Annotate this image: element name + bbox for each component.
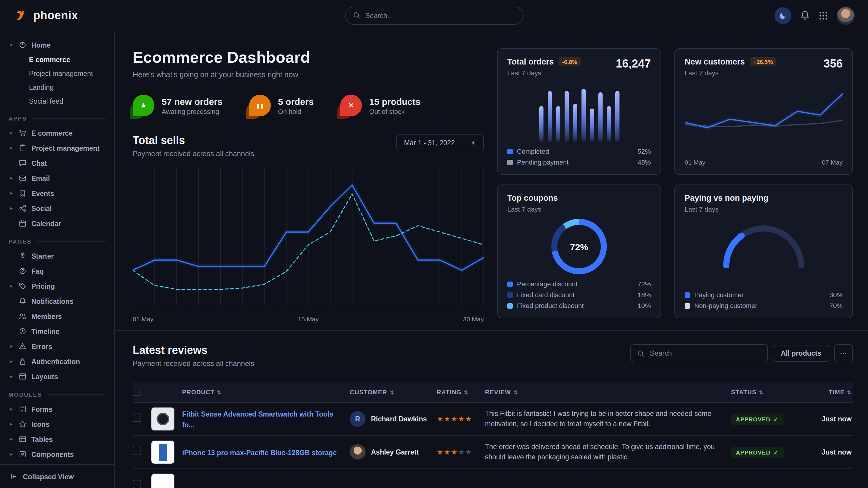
column-status[interactable]: STATUS⇅: [731, 389, 804, 395]
date-range-select[interactable]: Mar 1 - 31, 2022 ▼: [396, 134, 484, 151]
sidebar-subitem-social-feed[interactable]: Social feed: [0, 94, 114, 108]
product-thumbnail[interactable]: [151, 407, 175, 431]
customer-name: Ashley Garrett: [371, 449, 419, 456]
sidebar-item-authentication[interactable]: ▸Authentication: [0, 354, 114, 369]
sidebar-item-e-commerce[interactable]: ▸E commerce: [0, 125, 114, 140]
legend-item: Fixed card discount18%: [507, 291, 651, 298]
search-input[interactable]: [365, 12, 516, 19]
search-icon: [352, 11, 361, 19]
row-checkbox[interactable]: [133, 414, 141, 422]
sidebar-item-project-management[interactable]: ▸Project management: [0, 140, 114, 156]
bar: [573, 104, 577, 142]
layout-icon: [19, 372, 27, 380]
customer-avatar: [350, 444, 366, 460]
bell-icon: [800, 10, 810, 21]
column-product[interactable]: PRODUCT⇅: [182, 389, 350, 395]
app-window: phoenix ▾HomeE commerceProject managemen…: [0, 0, 868, 488]
stat-label: On hold: [278, 108, 314, 115]
more-options-button[interactable]: ⋯: [834, 344, 853, 362]
sidebar-subitem-landing[interactable]: Landing: [0, 80, 114, 94]
global-search: [345, 6, 523, 24]
check-icon: ✓: [774, 449, 779, 456]
user-avatar[interactable]: [837, 6, 855, 24]
sidebar-item-tables[interactable]: ▸Tables: [0, 432, 114, 447]
phoenix-logo-icon: [13, 8, 28, 23]
theme-toggle-button[interactable]: [775, 7, 792, 24]
column-rating[interactable]: RATING⇅: [437, 389, 485, 395]
sidebar-item-starter[interactable]: Starter: [0, 248, 114, 263]
customer-cell[interactable]: Ashley Garrett: [350, 444, 437, 460]
sidebar-item-home[interactable]: ▾Home: [0, 37, 114, 53]
column-review[interactable]: REVIEW⇅: [485, 389, 731, 395]
bar: [548, 91, 552, 142]
star-icon: ★: [133, 95, 154, 116]
sidebar-subitem-e-commerce[interactable]: E commerce: [0, 53, 114, 66]
brand[interactable]: phoenix: [13, 8, 78, 23]
customer-cell[interactable]: RRichard Dawkins: [350, 411, 437, 427]
pause-icon: ❚❚: [249, 95, 271, 116]
sidebar-item-icons[interactable]: ▸Icons: [0, 417, 114, 432]
sort-icon: ⇅: [513, 389, 518, 395]
quick-stats: ★57 new ordersAwating processing❚❚5 orde…: [133, 95, 484, 116]
rocket-icon: [19, 252, 27, 260]
check-icon: ✓: [774, 416, 779, 423]
top-coupons-card: Top coupons Last 7 days 72% Percentage d…: [497, 185, 661, 318]
stat-value: 57 new orders: [162, 96, 223, 106]
product-link[interactable]: iPhone 13 pro max-Pacific Blue-128GB sto…: [182, 449, 348, 456]
calendar-icon: [19, 220, 27, 227]
sidebar-item-pricing[interactable]: ▸Pricing: [0, 279, 114, 294]
table-icon: [19, 435, 27, 443]
sidebar-item-social[interactable]: ▸Social: [0, 201, 114, 216]
apps-menu-button[interactable]: [818, 10, 828, 20]
sidebar: ▾HomeE commerceProject managementLanding…: [0, 31, 115, 488]
review-time: Just now: [804, 449, 853, 456]
sidebar-item-errors[interactable]: ▸Errors: [0, 339, 114, 354]
reviews-search: [631, 344, 768, 362]
sidebar-item-forms[interactable]: ▸Forms: [0, 401, 114, 417]
form-icon: [19, 405, 27, 413]
legend-value: 52%: [638, 148, 651, 155]
star-icon: [19, 420, 27, 428]
row-checkbox[interactable]: [133, 447, 141, 455]
sidebar-item-calendar[interactable]: Calendar: [0, 216, 114, 231]
collapse-view-button[interactable]: Collapsed View: [0, 464, 114, 488]
sidebar-item-members[interactable]: Members: [0, 308, 114, 324]
reviews-search-input[interactable]: [650, 350, 762, 357]
sidebar-item-chat[interactable]: Chat: [0, 156, 114, 171]
legend-swatch: [507, 159, 513, 165]
users-icon: [19, 312, 27, 320]
sidebar-item-email[interactable]: ▸Email: [0, 171, 114, 186]
x-tick: 30 May: [463, 315, 484, 323]
new-customers-card: New customers +26.5% Last 7 days 356 01 …: [674, 48, 853, 175]
product-thumbnail[interactable]: [151, 473, 175, 488]
product-link[interactable]: Fitbit Sense Advanced Smartwatch with To…: [182, 411, 333, 429]
legend-label: Percentage discount: [517, 280, 578, 288]
x-icon: ✕: [340, 95, 362, 116]
sidebar-item-layouts[interactable]: ▸Layouts: [0, 369, 114, 384]
select-all-checkbox[interactable]: [133, 387, 141, 396]
sidebar-subitem-project-management[interactable]: Project management: [0, 66, 114, 80]
legend-value: 70%: [829, 302, 843, 309]
sidebar-item-events[interactable]: ▸Events: [0, 186, 114, 201]
sidebar-item-components[interactable]: ▸Components: [0, 447, 114, 462]
legend-label: Paying customer: [694, 291, 744, 298]
sidebar-item-faq[interactable]: Faq: [0, 263, 114, 279]
total-sells-title: Total sells: [133, 134, 254, 147]
all-products-button[interactable]: All products: [773, 345, 829, 362]
notifications-button[interactable]: [800, 10, 810, 21]
card-period: Last 7 days: [685, 205, 843, 213]
column-time[interactable]: TIME⇅: [804, 389, 853, 395]
column-customer[interactable]: CUSTOMER⇅: [350, 389, 437, 395]
product-thumbnail[interactable]: [151, 440, 175, 464]
row-checkbox[interactable]: [133, 480, 141, 488]
sidebar-item-notifications[interactable]: Notifications: [0, 294, 114, 308]
pie-icon: [19, 41, 27, 49]
new-customers-value: 356: [824, 57, 843, 70]
sidebar-item-timeline[interactable]: Timeline: [0, 324, 114, 339]
coupons-donut-chart: 72%: [551, 219, 607, 274]
legend-swatch: [685, 303, 690, 308]
x-tick: 01 May: [685, 159, 706, 166]
dashboard-header-section: Ecommerce Dashboard Here's what's going …: [133, 48, 484, 318]
bar: [539, 106, 543, 142]
paying-card: Paying vs non paying Last 7 days Paying …: [674, 185, 853, 318]
